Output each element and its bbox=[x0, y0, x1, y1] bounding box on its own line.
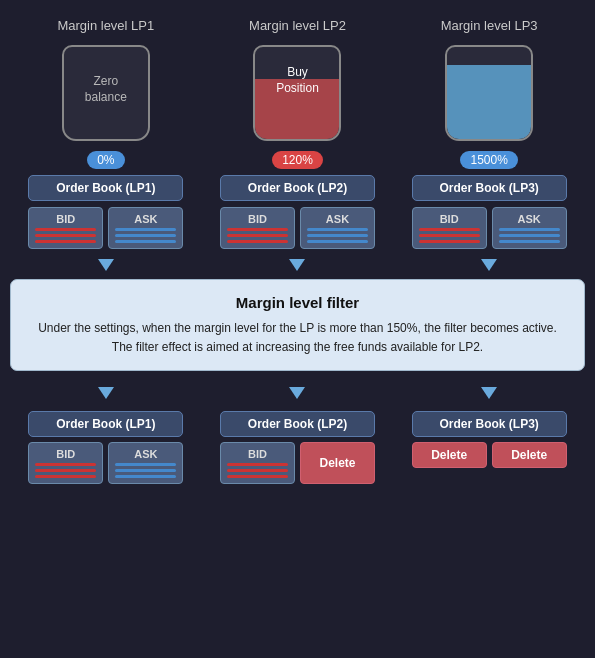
main-container: Margin level LP1 Zerobalance 0% Order Bo… bbox=[0, 0, 595, 658]
lp3-bid-label: BID bbox=[440, 213, 459, 225]
lp3-ask-lines bbox=[499, 228, 560, 243]
bottom-lp1-ask-lines bbox=[115, 463, 176, 478]
bottom-lp3-delete-box-2[interactable]: Delete bbox=[492, 442, 567, 468]
bottom-lp3-delete-label-1: Delete bbox=[431, 448, 467, 462]
lp2-bottom-arrow-col bbox=[212, 383, 382, 403]
lp3-column: Margin level LP3 1500% Order Book (LP3) … bbox=[404, 18, 574, 275]
lp2-vase-text: Buy Position bbox=[276, 65, 319, 96]
lp1-vase-text: Zerobalance bbox=[85, 74, 127, 105]
lp1-bid-line2 bbox=[35, 234, 96, 237]
lp3-bid-lines bbox=[419, 228, 480, 243]
lp3-bid-line1 bbox=[419, 228, 480, 231]
lp3-order-book: Order Book (LP3) bbox=[412, 175, 567, 201]
lp1-bottom-arrow-col bbox=[21, 383, 191, 403]
lp3-bottom-arrow bbox=[481, 387, 497, 399]
lp2-bid-ask-row: BID ASK bbox=[220, 207, 375, 249]
lp1-bottom-arrow bbox=[98, 387, 114, 399]
bottom-lp1-bid-line3 bbox=[35, 475, 96, 478]
bottom-lp2-bid-label: BID bbox=[248, 448, 267, 460]
bottom-arrows-row bbox=[10, 383, 585, 403]
bottom-lp2-bid-line3 bbox=[227, 475, 288, 478]
filter-box: Margin level filter Under the settings, … bbox=[10, 279, 585, 371]
lp2-bottom-arrow bbox=[289, 387, 305, 399]
lp1-bid-label: BID bbox=[56, 213, 75, 225]
lp1-ask-box: ASK bbox=[108, 207, 183, 249]
bottom-lp1-ask-line1 bbox=[115, 463, 176, 466]
bottom-lp2-delete-box[interactable]: Delete bbox=[300, 442, 375, 484]
lp1-arrow-down bbox=[98, 259, 114, 271]
lp1-label: Margin level LP1 bbox=[57, 18, 154, 33]
lp2-column: Margin level LP2 Buy Position 120% Order… bbox=[212, 18, 382, 275]
lp3-bid-ask-row: BID ASK bbox=[412, 207, 567, 249]
bottom-lp1-ask-box: ASK bbox=[108, 442, 183, 484]
lp1-percent: 0% bbox=[87, 151, 124, 169]
bottom-lp1-order-book: Order Book (LP1) bbox=[28, 411, 183, 437]
lp1-ask-lines bbox=[115, 228, 176, 243]
lp1-ask-line1 bbox=[115, 228, 176, 231]
lp2-bid-line1 bbox=[227, 228, 288, 231]
bottom-lp1-bid-line1 bbox=[35, 463, 96, 466]
lp2-bid-line3 bbox=[227, 240, 288, 243]
lp3-bid-line3 bbox=[419, 240, 480, 243]
lp2-arrow-down bbox=[289, 259, 305, 271]
lp3-arrow-down bbox=[481, 259, 497, 271]
lp1-vase-container: Zerobalance bbox=[61, 43, 151, 143]
bottom-lp2-bid-lines bbox=[227, 463, 288, 478]
lp3-vase bbox=[445, 45, 533, 141]
lp2-bid-label: BID bbox=[248, 213, 267, 225]
lp3-ask-line1 bbox=[499, 228, 560, 231]
lp2-vase-container: Buy Position bbox=[252, 43, 342, 143]
lp1-column: Margin level LP1 Zerobalance 0% Order Bo… bbox=[21, 18, 191, 275]
bottom-lp1-bid-label: BID bbox=[56, 448, 75, 460]
lp3-bid-box: BID bbox=[412, 207, 487, 249]
lp2-ask-line3 bbox=[307, 240, 368, 243]
lp3-label: Margin level LP3 bbox=[441, 18, 538, 33]
lp3-fill bbox=[447, 65, 531, 139]
lp3-bid-line2 bbox=[419, 234, 480, 237]
filter-description: Under the settings, when the margin leve… bbox=[31, 319, 564, 356]
bottom-lp2-bid-line1 bbox=[227, 463, 288, 466]
lp1-ask-label: ASK bbox=[134, 213, 157, 225]
lp2-percent: 120% bbox=[272, 151, 323, 169]
top-row: Margin level LP1 Zerobalance 0% Order Bo… bbox=[10, 18, 585, 275]
bottom-lp3-bid-ask-row: Delete Delete bbox=[412, 442, 567, 468]
bottom-lp3-delete-box-1[interactable]: Delete bbox=[412, 442, 487, 468]
bottom-lp1-bid-box: BID bbox=[28, 442, 103, 484]
lp2-vase: Buy Position bbox=[253, 45, 341, 141]
bottom-lp2-delete-label: Delete bbox=[319, 456, 355, 470]
bottom-lp1-ask-label: ASK bbox=[134, 448, 157, 460]
lp3-ask-line2 bbox=[499, 234, 560, 237]
bottom-lp2-bid-line2 bbox=[227, 469, 288, 472]
lp1-ask-line3 bbox=[115, 240, 176, 243]
lp2-ask-line1 bbox=[307, 228, 368, 231]
lp1-vase: Zerobalance bbox=[62, 45, 150, 141]
lp2-ask-lines bbox=[307, 228, 368, 243]
lp2-order-book: Order Book (LP2) bbox=[220, 175, 375, 201]
lp1-bid-ask-row: BID ASK bbox=[28, 207, 183, 249]
lp1-bid-line3 bbox=[35, 240, 96, 243]
lp1-ask-line2 bbox=[115, 234, 176, 237]
lp2-bid-box: BID bbox=[220, 207, 295, 249]
lp3-vase-container bbox=[444, 43, 534, 143]
bottom-lp1-ask-line2 bbox=[115, 469, 176, 472]
lp2-ask-line2 bbox=[307, 234, 368, 237]
bottom-lp1-col: Order Book (LP1) BID ASK bbox=[21, 411, 191, 484]
lp2-ask-box: ASK bbox=[300, 207, 375, 249]
bottom-lp3-col: Order Book (LP3) Delete Delete bbox=[404, 411, 574, 468]
lp3-ask-box: ASK bbox=[492, 207, 567, 249]
lp3-ask-line3 bbox=[499, 240, 560, 243]
lp3-percent: 1500% bbox=[460, 151, 517, 169]
lp2-ask-label: ASK bbox=[326, 213, 349, 225]
lp2-bid-line2 bbox=[227, 234, 288, 237]
filter-title: Margin level filter bbox=[31, 294, 564, 311]
bottom-lp2-col: Order Book (LP2) BID Delete bbox=[212, 411, 382, 484]
lp3-bottom-arrow-col bbox=[404, 383, 574, 403]
lp2-bid-lines bbox=[227, 228, 288, 243]
bottom-lp3-delete-label-2: Delete bbox=[511, 448, 547, 462]
bottom-lp2-bid-box: BID bbox=[220, 442, 295, 484]
lp1-bid-line1 bbox=[35, 228, 96, 231]
bottom-lp1-ask-line3 bbox=[115, 475, 176, 478]
lp1-bid-lines bbox=[35, 228, 96, 243]
lp3-ask-label: ASK bbox=[518, 213, 541, 225]
bottom-lp1-bid-ask-row: BID ASK bbox=[28, 442, 183, 484]
